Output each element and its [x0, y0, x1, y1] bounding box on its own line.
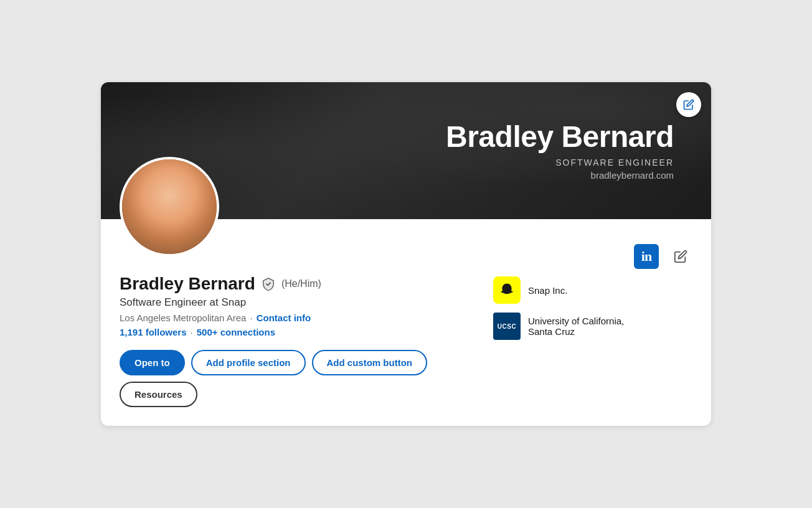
ucsc-name: University of California,Santa Cruz	[528, 316, 624, 337]
affiliation-ucsc[interactable]: UCSC University of California,Santa Cruz	[493, 313, 692, 340]
headline: Software Engineer at Snap	[120, 296, 468, 309]
info-section: Bradley Bernard (He/Him) Software Engine…	[120, 274, 692, 407]
profile-card: Bradley Bernard SOFTWARE ENGINEER bradle…	[101, 82, 711, 426]
action-row: Open to Add profile section Add custom b…	[120, 350, 468, 407]
name-row: Bradley Bernard (He/Him)	[120, 274, 468, 294]
open-to-button[interactable]: Open to	[120, 350, 185, 375]
edit-profile-button[interactable]	[669, 245, 692, 268]
snap-logo	[493, 276, 521, 304]
followers-row: 1,191 followers · 500+ connections	[120, 327, 468, 337]
avatar	[120, 157, 219, 256]
info-left: Bradley Bernard (He/Him) Software Engine…	[120, 274, 468, 407]
verified-icon	[262, 277, 275, 291]
banner-text-block: Bradley Bernard SOFTWARE ENGINEER bradle…	[446, 121, 674, 181]
info-right: Snap Inc. UCSC University of California,…	[493, 274, 692, 407]
profile-name: Bradley Bernard	[120, 274, 255, 294]
edit-banner-icon	[683, 99, 694, 110]
snap-name: Snap Inc.	[528, 285, 567, 296]
location: Los Angeles Metropolitan Area	[120, 313, 246, 323]
shield-check-icon	[262, 277, 275, 291]
location-dot: ·	[250, 313, 252, 323]
avatar-image	[122, 159, 217, 254]
resources-button[interactable]: Resources	[120, 382, 197, 407]
banner-role: SOFTWARE ENGINEER	[446, 158, 674, 167]
banner-name: Bradley Bernard	[446, 121, 674, 154]
followers-dot: ·	[191, 327, 193, 337]
profile-body: in Bradley Bernard	[101, 232, 711, 426]
edit-banner-button[interactable]	[676, 92, 701, 117]
pronoun: (He/Him)	[281, 278, 321, 289]
edit-profile-icon	[674, 250, 687, 263]
add-profile-section-button[interactable]: Add profile section	[191, 350, 306, 375]
ucsc-logo: UCSC	[493, 313, 521, 340]
location-row: Los Angeles Metropolitan Area · Contact …	[120, 313, 468, 323]
snap-ghost-icon	[498, 281, 516, 299]
banner-website: bradleybernard.com	[446, 170, 674, 181]
connections-count[interactable]: 500+ connections	[197, 327, 275, 337]
contact-info-link[interactable]: Contact info	[257, 313, 311, 323]
linkedin-badge[interactable]: in	[634, 244, 659, 269]
followers-count[interactable]: 1,191 followers	[120, 327, 187, 337]
affiliation-snap[interactable]: Snap Inc.	[493, 276, 692, 304]
linkedin-icon: in	[641, 248, 651, 265]
add-custom-button-button[interactable]: Add custom button	[312, 350, 427, 375]
